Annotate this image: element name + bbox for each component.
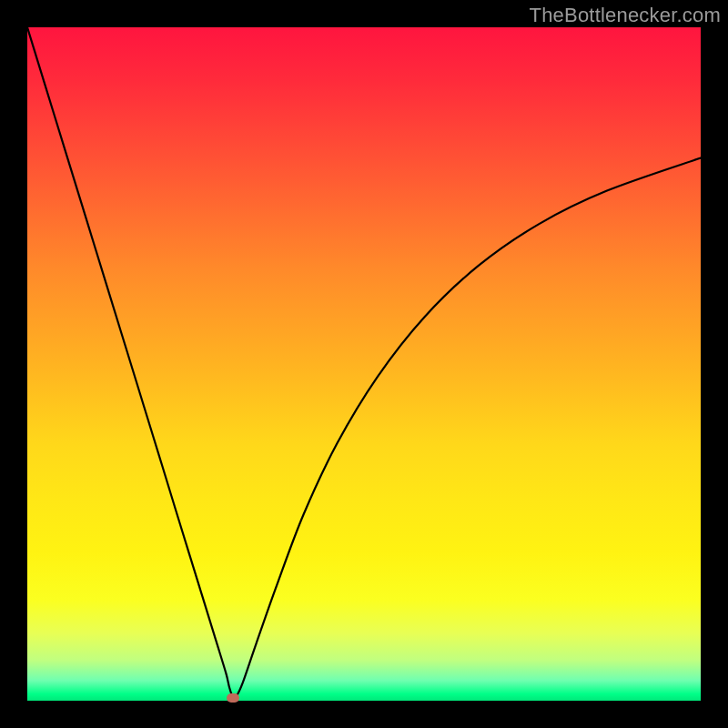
watermark-label: TheBottlenecker.com (530, 4, 721, 27)
optimal-point-marker (227, 693, 239, 703)
chart-plot-area (27, 27, 701, 701)
chart-frame: TheBottlenecker.com (0, 0, 728, 728)
curve-path (27, 27, 701, 698)
bottleneck-curve (27, 27, 701, 701)
